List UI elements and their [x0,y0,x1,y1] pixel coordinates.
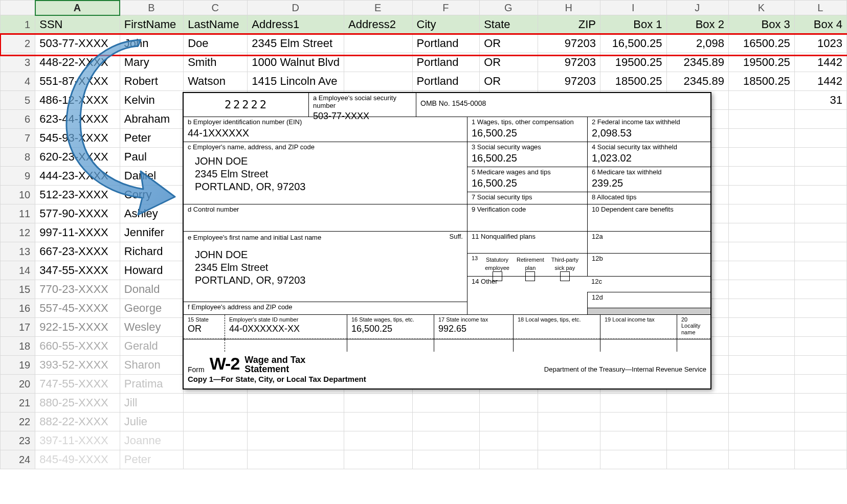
row-header[interactable]: 24 [1,450,35,469]
row-header[interactable]: 11 [1,204,35,223]
cell[interactable]: Smith [184,53,248,72]
cell[interactable] [666,394,728,413]
cell[interactable]: 1415 Lincoln Ave [248,72,344,91]
cell[interactable] [728,204,794,223]
row-header[interactable]: 6 [1,110,35,129]
cell[interactable] [728,129,794,148]
cell[interactable]: 1023 [794,34,846,53]
cell[interactable]: Portland [412,34,480,53]
cell[interactable] [412,413,480,431]
cell[interactable] [794,280,846,299]
cell[interactable]: 880-25-XXXX [35,394,120,413]
cell[interactable] [600,413,667,431]
cell[interactable] [728,375,794,394]
cell[interactable] [412,394,480,413]
cell[interactable] [794,129,846,148]
cell[interactable]: 2,098 [666,34,728,53]
cell[interactable] [248,450,344,469]
cell[interactable] [794,223,846,242]
cell[interactable]: 545-93-XXXX [35,129,120,148]
cell[interactable]: Gerald [120,337,183,356]
cell[interactable]: 922-15-XXXX [35,318,120,337]
col-header-G[interactable]: G [480,1,538,15]
header-row[interactable]: 1 SSNFirstNameLastNameAddress1Address2Ci… [1,15,847,34]
cell[interactable] [794,394,846,413]
cell[interactable]: Jill [120,394,183,413]
row-header[interactable]: 22 [1,413,35,431]
cell[interactable]: 444-23-XXXX [35,167,120,186]
field-header-cell[interactable]: Box 4 [794,15,846,34]
row-header[interactable]: 14 [1,261,35,280]
cell[interactable] [344,34,412,53]
field-header-cell[interactable]: FirstName [120,15,183,34]
cell[interactable]: 97203 [538,34,600,53]
cell[interactable] [728,186,794,204]
col-header-H[interactable]: H [538,1,600,15]
cell[interactable]: 512-23-XXXX [35,186,120,204]
cell[interactable]: 19500.25 [600,53,667,72]
cell[interactable] [794,186,846,204]
cell[interactable] [184,394,248,413]
cell[interactable] [794,450,846,469]
cell[interactable] [600,450,667,469]
field-header-cell[interactable]: Address1 [248,15,344,34]
cell[interactable]: 397-11-XXXX [35,431,120,450]
cell[interactable] [184,431,248,450]
cell[interactable]: Howard [120,261,183,280]
cell[interactable]: 770-23-XXXX [35,280,120,299]
cell[interactable] [728,431,794,450]
cell[interactable]: 557-45-XXXX [35,299,120,318]
cell[interactable]: 19500.25 [728,53,794,72]
cell[interactable] [538,450,600,469]
row-header[interactable]: 21 [1,394,35,413]
cell[interactable] [728,318,794,337]
cell[interactable] [728,242,794,261]
cell[interactable] [538,413,600,431]
cell[interactable]: 1000 Walnut Blvd [248,53,344,72]
cell[interactable]: 2345.89 [666,72,728,91]
cell[interactable] [794,318,846,337]
cell[interactable] [412,431,480,450]
table-row[interactable]: 23397-11-XXXXJoanne [1,431,847,450]
row-header[interactable]: 20 [1,375,35,394]
cell[interactable] [600,431,667,450]
cell[interactable] [480,450,538,469]
cell[interactable] [412,450,480,469]
cell[interactable] [728,261,794,280]
cell[interactable]: 747-55-XXXX [35,375,120,394]
field-header-cell[interactable]: Box 3 [728,15,794,34]
cell[interactable] [248,413,344,431]
field-header-cell[interactable]: ZIP [538,15,600,34]
cell[interactable] [344,53,412,72]
row-header[interactable]: 19 [1,356,35,375]
field-header-cell[interactable]: Box 1 [600,15,667,34]
cell[interactable]: 16500.25 [728,34,794,53]
cell[interactable]: Wesley [120,318,183,337]
cell[interactable]: Peter [120,129,183,148]
col-header-L[interactable]: L [794,1,846,15]
cell[interactable]: Corry [120,186,183,204]
cell[interactable]: 660-55-XXXX [35,337,120,356]
cell[interactable]: 486-12-XXXX [35,91,120,110]
cell[interactable] [600,394,667,413]
cell[interactable]: 845-49-XXXX [35,450,120,469]
field-header-cell[interactable]: Address2 [344,15,412,34]
cell[interactable]: John [120,34,183,53]
cell[interactable] [794,148,846,167]
cell[interactable]: 577-90-XXXX [35,204,120,223]
cell[interactable]: Kelvin [120,91,183,110]
cell[interactable] [794,431,846,450]
cell[interactable]: 347-55-XXXX [35,261,120,280]
cell[interactable] [728,394,794,413]
cell[interactable] [248,431,344,450]
cell[interactable]: Pratima [120,375,183,394]
cell[interactable] [728,91,794,110]
cell[interactable]: 18500.25 [600,72,667,91]
col-header-D[interactable]: D [248,1,344,15]
row-header[interactable]: 12 [1,223,35,242]
field-header-cell[interactable]: SSN [35,15,120,34]
cell[interactable]: 1442 [794,72,846,91]
cell[interactable] [794,299,846,318]
col-header-K[interactable]: K [728,1,794,15]
cell[interactable]: OR [480,72,538,91]
